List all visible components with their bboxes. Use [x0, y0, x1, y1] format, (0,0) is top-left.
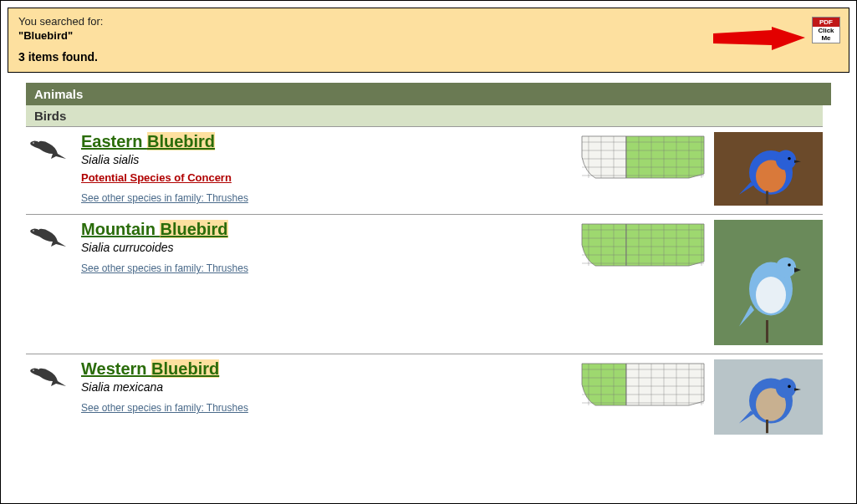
highlight: Bluebird: [147, 132, 215, 150]
svg-point-43: [788, 263, 791, 267]
concern-status[interactable]: Potential Species of Concern: [81, 171, 580, 184]
svg-point-23: [33, 230, 34, 232]
species-common-name-link[interactable]: Mountain Bluebird: [81, 220, 228, 239]
species-scientific-name: Sialia mexicana: [81, 380, 580, 394]
svg-marker-0: [713, 27, 805, 50]
photo-cell[interactable]: [714, 220, 823, 345]
species-scientific-name: Sialia currucoides: [81, 241, 580, 254]
result-info: Western Bluebird Sialia mexicana See oth…: [76, 359, 580, 415]
species-common-name-link[interactable]: Western Bluebird: [81, 359, 219, 379]
search-label: You searched for:: [18, 15, 839, 28]
range-map-icon: [580, 132, 706, 182]
app-frame: You searched for: "Bluebird" 3 items fou…: [0, 0, 857, 504]
result-row: Eastern Bluebird Sialia sialis Potential…: [26, 126, 823, 214]
result-count: 3 items found.: [18, 50, 839, 64]
category-header-birds: Birds: [26, 105, 823, 126]
highlight: Bluebird: [160, 220, 227, 238]
species-photo: [714, 132, 823, 206]
result-row: Mountain Bluebird Sialia currucoides See…: [26, 214, 823, 354]
category-header-animals: Animals: [26, 83, 831, 105]
svg-point-41: [756, 277, 786, 313]
search-banner: You searched for: "Bluebird" 3 items fou…: [8, 8, 849, 73]
class-icon-cell: [26, 359, 76, 391]
result-info: Eastern Bluebird Sialia sialis Potential…: [76, 132, 580, 205]
highlight: Bluebird: [151, 359, 219, 378]
svg-point-45: [33, 369, 34, 371]
result-list: Eastern Bluebird Sialia sialis Potential…: [26, 126, 823, 443]
svg-point-21: [788, 157, 791, 160]
pdf-export-button[interactable]: PDF Click Me: [812, 17, 840, 43]
content-area: Animals Birds Eastern Bluebird Sialia si…: [8, 73, 849, 443]
family-link[interactable]: See other species in family: Thrushes: [81, 192, 248, 204]
range-map-cell[interactable]: [580, 220, 714, 273]
svg-point-64: [776, 378, 796, 398]
species-scientific-name: Sialia sialis: [81, 153, 580, 166]
range-map-cell[interactable]: [580, 132, 714, 186]
result-info: Mountain Bluebird Sialia currucoides See…: [76, 220, 580, 275]
pdf-icon: PDF: [813, 18, 839, 27]
pdf-me-label: Me: [813, 34, 839, 42]
photo-cell[interactable]: [714, 132, 823, 206]
svg-point-42: [776, 257, 796, 277]
species-common-name-link[interactable]: Eastern Bluebird: [81, 132, 215, 151]
photo-cell[interactable]: [714, 359, 823, 435]
pdf-click-label: Click: [813, 27, 839, 34]
range-map-cell[interactable]: [580, 359, 714, 413]
species-photo: [714, 220, 823, 345]
svg-point-20: [776, 150, 796, 170]
bird-silhouette-icon: [28, 223, 69, 248]
result-row: Western Bluebird Sialia mexicana See oth…: [26, 354, 823, 443]
class-icon-cell: [26, 220, 76, 252]
svg-rect-22: [766, 191, 768, 204]
svg-point-65: [788, 385, 791, 389]
arrow-icon: [713, 27, 805, 52]
svg-rect-66: [766, 420, 768, 433]
bird-silhouette-icon: [28, 363, 69, 388]
class-icon-cell: [26, 132, 76, 164]
family-link[interactable]: See other species in family: Thrushes: [81, 262, 248, 274]
family-link[interactable]: See other species in family: Thrushes: [81, 402, 248, 414]
bird-silhouette-icon: [28, 135, 69, 160]
species-photo: [714, 359, 823, 435]
range-map-icon: [580, 220, 706, 270]
svg-rect-44: [766, 320, 768, 343]
svg-point-1: [33, 142, 34, 144]
range-map-icon: [580, 359, 706, 410]
